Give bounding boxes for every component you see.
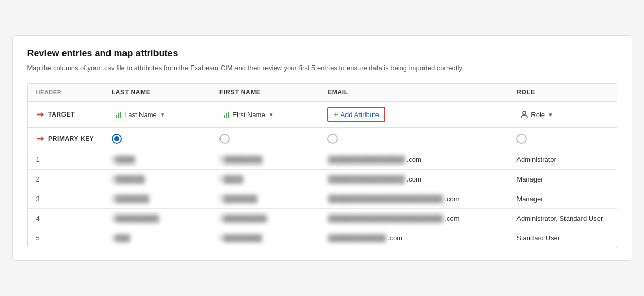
radio-button-selected[interactable] — [112, 134, 122, 144]
role-value: Administrator, Standard User — [508, 209, 616, 228]
email-cell: ████████████████ .com — [327, 175, 500, 184]
role-value: Standard User — [508, 228, 616, 248]
header-col-role: Role — [508, 84, 616, 102]
blurred-email: ████████████████████████ — [327, 214, 444, 223]
blurred-lastname: K██████ — [112, 175, 145, 184]
exabeam-icon-lastname — [116, 111, 121, 118]
email-cell: ████████████████ .com — [327, 155, 500, 164]
role-value: Manager — [508, 189, 616, 209]
row-number: 2 — [36, 175, 40, 183]
person-icon — [521, 111, 528, 118]
firstname-dropdown[interactable]: First Name ▼ — [219, 109, 277, 121]
blurred-email: ████████████ — [327, 234, 387, 242]
radio-button-unselected[interactable] — [327, 134, 338, 144]
blurred-firstname: V███████ — [219, 194, 257, 203]
radio-inner-dot — [114, 136, 119, 141]
header-col-email: Email — [319, 84, 508, 102]
email-cell: ████████████████████████ .com — [327, 194, 500, 203]
pk-row-label: ➞ PRIMARY KEY — [36, 133, 95, 144]
table-row: 5 T███ A████████ ████████████ .com Stand… — [28, 228, 617, 248]
table-row: 1 S████ C████████ ████████████████ .com … — [28, 150, 617, 170]
row-number: 3 — [36, 195, 40, 203]
email-cell: ████████████████████████ .com — [327, 214, 500, 223]
blurred-lastname: S████ — [112, 155, 135, 164]
header-label-col: HEADER — [28, 84, 103, 102]
blurred-firstname: P████ — [219, 175, 243, 184]
blurred-firstname: C████████ — [219, 155, 262, 164]
blurred-firstname: A████████ — [219, 234, 262, 242]
blurred-lastname: S███████ — [112, 194, 149, 203]
radio-button-unselected[interactable] — [516, 134, 527, 144]
pk-arrow-icon: ➞ — [36, 133, 44, 144]
chevron-down-icon: ▼ — [269, 112, 274, 118]
email-cell: ████████████ .com — [327, 234, 500, 242]
svg-point-0 — [523, 111, 526, 114]
radio-button-unselected[interactable] — [219, 134, 230, 144]
blurred-firstname: S█████████ — [219, 214, 267, 223]
table-row: 2 K██████ P████ ████████████████ .com Ma… — [28, 170, 617, 189]
table-row: 3 S███████ V███████ ████████████████████… — [28, 189, 617, 209]
pk-radio-role[interactable] — [516, 134, 608, 144]
lastname-dropdown[interactable]: Last Name ▼ — [112, 109, 169, 121]
header-col-lastname: Last Name — [103, 84, 211, 102]
email-suffix: .com — [445, 195, 459, 203]
role-value: Administrator — [508, 150, 616, 170]
table-header-row: HEADER Last Name First Name Email Role — [28, 84, 617, 102]
pk-radio-lastname[interactable] — [112, 134, 203, 144]
main-container: Review entries and map attributes Map th… — [12, 35, 632, 261]
blurred-email: ████████████████ — [327, 155, 405, 164]
page-title: Review entries and map attributes — [27, 48, 617, 59]
attribute-table: HEADER Last Name First Name Email Role ➞… — [27, 83, 617, 248]
blurred-email: ████████████████████████ — [327, 194, 444, 203]
email-suffix: .com — [388, 234, 402, 242]
table-row: 4 S█████████ S█████████ ████████████████… — [28, 209, 617, 228]
email-suffix: .com — [407, 156, 421, 163]
row-number: 1 — [36, 156, 40, 163]
plus-icon: + — [334, 110, 338, 119]
exabeam-icon-firstname — [224, 111, 229, 118]
chevron-down-icon: ▼ — [548, 112, 553, 118]
target-arrow-icon: ➞ — [36, 109, 44, 120]
row-number: 4 — [36, 215, 40, 222]
primary-key-row: ➞ PRIMARY KEY — [28, 128, 617, 150]
blurred-email: ████████████████ — [327, 175, 405, 184]
pk-radio-email[interactable] — [327, 134, 500, 144]
role-dropdown[interactable]: Role ▼ — [516, 109, 557, 121]
pk-radio-firstname[interactable] — [219, 134, 311, 144]
email-suffix: .com — [407, 175, 421, 183]
blurred-lastname: T███ — [112, 234, 130, 242]
row-number: 5 — [36, 234, 40, 242]
blurred-lastname: S█████████ — [112, 214, 159, 223]
header-col-firstname: First Name — [211, 84, 319, 102]
email-suffix: .com — [445, 215, 459, 222]
page-subtitle: Map the columns of your .csv file to att… — [27, 63, 617, 73]
role-value: Manager — [508, 170, 616, 189]
target-row-label: ➞ TARGET — [36, 109, 95, 120]
chevron-down-icon: ▼ — [160, 112, 165, 118]
target-row: ➞ TARGET Last Name ▼ — [28, 102, 617, 128]
add-attribute-button[interactable]: + Add Attribute — [327, 107, 385, 122]
